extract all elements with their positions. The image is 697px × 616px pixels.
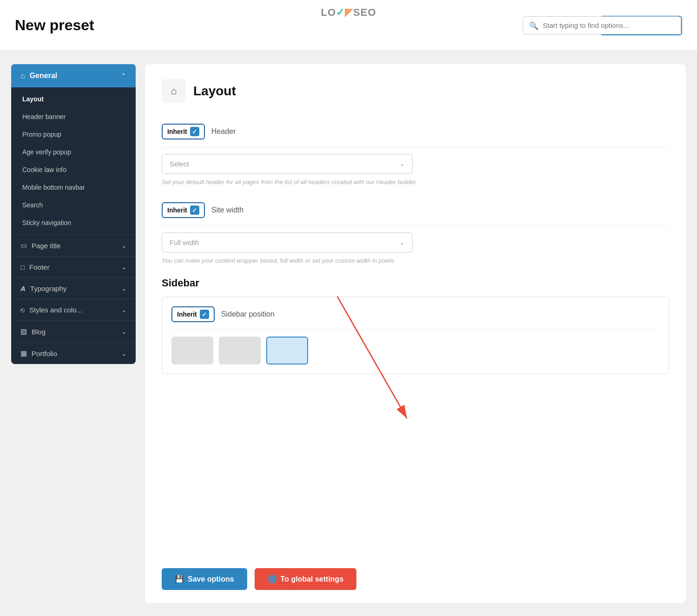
sidebar-item-portfolio[interactable]: ▦ Portfolio ⌄ (11, 342, 136, 364)
content-title: Layout (193, 84, 236, 99)
sidebar-sub-items: Layout Header banner Promo popup Age ver… (11, 87, 136, 234)
header: New preset 🔍 LO✓◤SEO ⚙ Settings presets (0, 0, 697, 51)
site-width-field-row: Inherit ✓ Site width (162, 195, 669, 226)
chevron-down-icon-select: ⌄ (400, 160, 405, 167)
globe-icon: 🌐 (268, 575, 277, 583)
sidebar-item-blog[interactable]: ▧ Blog ⌄ (11, 320, 136, 342)
styles-icon: ⎋ (20, 306, 25, 314)
chevron-down-icon-typo: ⌄ (121, 285, 126, 292)
content-area: ⌂ Layout Inherit ✓ Header Select ⌄ Set y… (145, 64, 686, 603)
main-layout: ⌂ General ⌃ Layout Header banner Promo p… (0, 51, 697, 616)
bottom-bar: 💾 Save options 🌐 To global settings (162, 568, 356, 590)
sidebar-layout-opt-2[interactable] (219, 337, 261, 364)
footer-icon: □ (20, 263, 25, 271)
sidebar-layout-opt-3[interactable] (266, 337, 308, 364)
sidebar: ⌂ General ⌃ Layout Header banner Promo p… (11, 64, 136, 364)
chevron-down-icon-styles: ⌄ (121, 306, 126, 313)
blog-icon: ▧ (20, 327, 27, 336)
sidebar-item-styles[interactable]: ⎋ Styles and colo... ⌄ (11, 299, 136, 320)
header-field-row: Inherit ✓ Header (162, 116, 669, 147)
inherit-badge-site-width[interactable]: Inherit ✓ (162, 202, 205, 218)
sidebar-item-layout[interactable]: Layout (11, 90, 136, 108)
inherit-checkbox-sidebar[interactable]: ✓ (200, 310, 209, 319)
sidebar-item-promo-popup[interactable]: Promo popup (11, 126, 136, 143)
portfolio-icon: ▦ (20, 349, 27, 358)
sidebar-item-general[interactable]: ⌂ General ⌃ (11, 64, 136, 87)
site-width-hint: You can make your content wrapper boxed,… (162, 257, 669, 264)
sidebar-item-header-banner[interactable]: Header banner (11, 108, 136, 126)
sidebar-item-cookie-law[interactable]: Cookie law info (11, 161, 136, 179)
inherit-checkbox-header[interactable]: ✓ (190, 127, 199, 136)
site-width-field-label: Site width (211, 206, 243, 214)
chevron-down-icon-width: ⌄ (400, 239, 405, 246)
sidebar-layout-opt-1[interactable] (171, 337, 213, 364)
header-hint: Set your default header for all pages fr… (162, 179, 669, 185)
save-icon: 💾 (175, 575, 184, 583)
save-options-button[interactable]: 💾 Save options (162, 568, 247, 590)
sidebar-item-search[interactable]: Search (11, 196, 136, 214)
inherit-badge-header[interactable]: Inherit ✓ (162, 124, 205, 139)
sidebar-item-age-verify[interactable]: Age verify popup (11, 143, 136, 161)
sidebar-item-page-title[interactable]: ▭ Page title ⌄ (11, 234, 136, 256)
chevron-down-icon: ⌄ (121, 242, 126, 249)
chevron-down-icon-blog: ⌄ (121, 328, 126, 335)
sidebar-item-typography[interactable]: A Typography ⌄ (11, 278, 136, 299)
inherit-checkbox-site-width[interactable]: ✓ (190, 205, 199, 215)
search-container: 🔍 (523, 16, 681, 34)
inherit-badge-sidebar[interactable]: Inherit ✓ (171, 306, 215, 322)
search-input[interactable] (523, 16, 681, 34)
sidebar-item-footer[interactable]: □ Footer ⌄ (11, 256, 136, 278)
content-header: ⌂ Layout (162, 79, 669, 103)
chevron-down-icon-footer: ⌄ (121, 264, 126, 271)
sidebar-item-mobile-navbar[interactable]: Mobile bottom navbar (11, 179, 136, 196)
search-icon: 🔍 (529, 21, 539, 30)
header-field-label: Header (211, 127, 236, 136)
site-width-select[interactable]: Full width ⌄ (162, 232, 413, 252)
page-title: New preset (15, 17, 94, 34)
sidebar-section-title: Sidebar (162, 277, 669, 289)
global-settings-button[interactable]: 🌐 To global settings (255, 568, 357, 590)
sidebar-layout-options (171, 337, 659, 364)
sidebar-options-box: Inherit ✓ Sidebar position (162, 297, 669, 374)
typography-icon: A (20, 285, 26, 292)
header-select[interactable]: Select ⌄ (162, 154, 413, 174)
sidebar-pos-row: Inherit ✓ Sidebar position (171, 306, 659, 330)
layout-icon: ⌂ (162, 79, 186, 103)
divider (171, 330, 659, 330)
logo: LO✓◤SEO (321, 7, 376, 19)
chevron-up-icon: ⌃ (121, 72, 126, 79)
sidebar-pos-label: Sidebar position (221, 310, 275, 318)
page-title-icon: ▭ (20, 241, 27, 250)
chevron-down-icon-portfolio: ⌄ (121, 350, 126, 357)
home-icon: ⌂ (20, 72, 25, 80)
sidebar-item-sticky-nav[interactable]: Sticky navigation (11, 214, 136, 232)
